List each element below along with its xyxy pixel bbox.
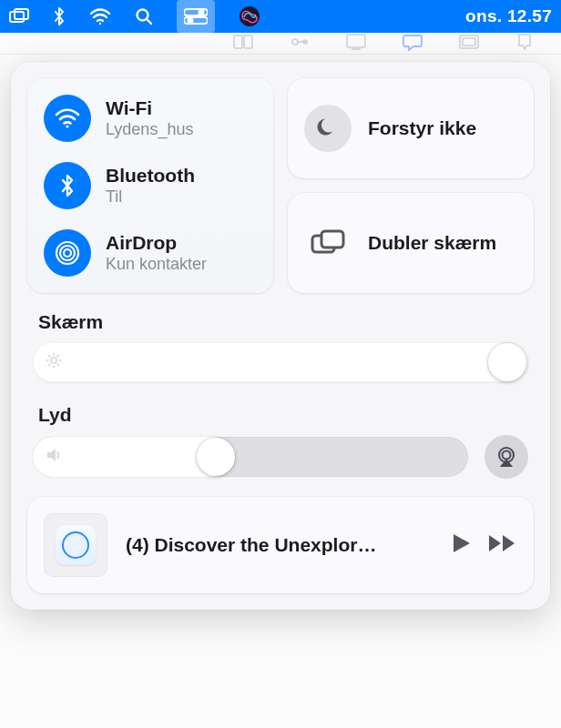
airdrop-icon (44, 229, 91, 277)
sound-section: Lyd (27, 400, 534, 482)
svg-rect-0 (10, 12, 24, 22)
svg-point-18 (60, 246, 75, 260)
bluetooth-icon (44, 162, 91, 209)
svg-rect-15 (463, 38, 475, 46)
toolbar-icon[interactable] (290, 35, 310, 53)
svg-rect-1 (15, 9, 28, 19)
airdrop-status: Kun kontakter (106, 255, 207, 274)
toolbar-icon[interactable] (233, 35, 253, 53)
play-button[interactable] (452, 532, 472, 558)
svg-rect-10 (244, 35, 252, 48)
svg-point-24 (503, 451, 511, 460)
svg-point-26 (64, 533, 87, 557)
brightness-slider[interactable] (33, 342, 528, 382)
svg-point-11 (292, 39, 298, 45)
wifi-toggle[interactable]: Wi-Fi Lydens_hus (44, 95, 257, 142)
wifi-menu-icon[interactable] (89, 0, 111, 33)
window-toolbar (0, 33, 561, 55)
wifi-title: Wi-Fi (106, 97, 193, 119)
svg-point-16 (66, 125, 68, 127)
menu-bar: ons. 12.57 (0, 0, 561, 33)
wifi-network-name: Lydens_hus (106, 120, 193, 139)
now-playing-card[interactable]: (4) Discover the Unexplor… (27, 497, 534, 593)
volume-low-icon (46, 447, 64, 467)
do-not-disturb-toggle[interactable]: Forstyr ikke (288, 78, 534, 178)
spotlight-menu-icon[interactable] (135, 0, 153, 33)
toolbar-icon[interactable] (459, 35, 479, 53)
airplay-audio-button[interactable] (484, 435, 528, 479)
wifi-icon (44, 95, 91, 142)
next-track-button[interactable] (488, 533, 517, 557)
brightness-low-icon (46, 352, 62, 372)
control-center-panel: Wi-Fi Lydens_hus Bluetooth Til AirDrop (11, 62, 550, 610)
bluetooth-status: Til (106, 187, 195, 207)
svg-rect-9 (234, 35, 242, 48)
svg-point-5 (199, 9, 205, 15)
safari-app-icon (56, 525, 96, 565)
connectivity-card: Wi-Fi Lydens_hus Bluetooth Til AirDrop (27, 78, 273, 293)
svg-point-2 (99, 23, 101, 25)
menu-bar-clock[interactable]: ons. 12.57 (465, 6, 552, 26)
now-playing-artwork (44, 513, 107, 577)
siri-menu-icon[interactable] (239, 0, 260, 33)
moon-icon (304, 105, 352, 152)
volume-slider[interactable] (33, 437, 468, 477)
display-label: Skærm (38, 311, 528, 333)
toolbar-icon[interactable] (346, 34, 366, 54)
screen-mirroring-icon (304, 219, 352, 267)
svg-point-22 (51, 358, 56, 363)
toolbar-icon[interactable] (515, 34, 534, 54)
display-section: Skærm (27, 308, 534, 386)
brightness-slider-thumb[interactable] (488, 343, 526, 381)
screen-mirroring-menu-icon[interactable] (9, 0, 29, 33)
now-playing-title: (4) Discover the Unexplor… (126, 534, 434, 556)
svg-rect-21 (321, 231, 343, 248)
airdrop-title: AirDrop (106, 232, 207, 254)
bluetooth-title: Bluetooth (106, 165, 195, 187)
svg-rect-13 (347, 35, 365, 47)
bluetooth-toggle[interactable]: Bluetooth Til (44, 162, 257, 209)
sound-label: Lyd (38, 404, 528, 426)
toolbar-message-icon[interactable] (403, 33, 423, 55)
svg-point-7 (188, 17, 194, 24)
svg-point-17 (64, 249, 71, 257)
control-center-menu-icon[interactable] (177, 0, 215, 33)
bluetooth-menu-icon[interactable] (53, 0, 66, 33)
screen-mirroring-button[interactable]: Dubler skærm (288, 193, 534, 293)
screen-mirroring-label: Dubler skærm (368, 232, 496, 254)
volume-slider-thumb[interactable] (197, 438, 235, 476)
airdrop-toggle[interactable]: AirDrop Kun kontakter (44, 229, 257, 277)
dnd-label: Forstyr ikke (368, 117, 476, 139)
